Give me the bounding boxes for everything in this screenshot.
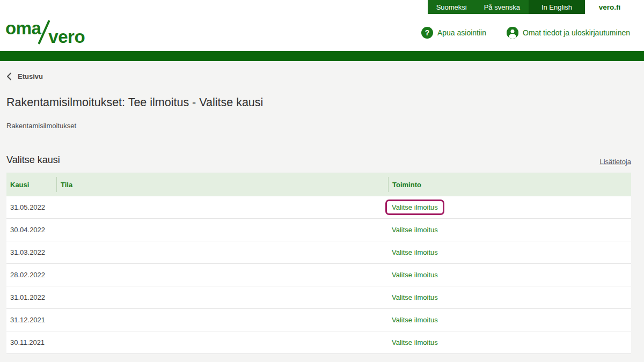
language-link-suomeksi[interactable]: Suomeksi	[428, 0, 475, 14]
cell-kausi: 30.04.2022	[6, 226, 56, 234]
table-row: 31.01.2022Valitse ilmoitus	[6, 286, 631, 309]
cell-kausi: 30.11.2021	[6, 338, 56, 346]
language-link-in-english[interactable]: In English	[529, 0, 585, 14]
breadcrumb-back[interactable]: Etusivu	[6, 61, 43, 80]
cell-toiminto: Valitse ilmoitus	[388, 338, 631, 346]
column-header-kausi: Kausi	[6, 177, 56, 192]
click-highlight-annotation: Valitse ilmoitus	[385, 200, 444, 215]
vero-fi-link[interactable]: vero.fi	[585, 0, 634, 14]
page-subtitle: Rakentamisilmoitukset	[6, 122, 631, 130]
valitse-ilmoitus-link[interactable]: Valitse ilmoitus	[392, 293, 438, 301]
table-row: 30.04.2022Valitse ilmoitus	[6, 219, 631, 241]
question-mark-icon: ?	[421, 27, 433, 39]
cell-toiminto: Valitse ilmoitus	[388, 200, 631, 215]
table-header-row: Kausi Tila Toiminto	[6, 173, 631, 196]
cell-toiminto: Valitse ilmoitus	[388, 316, 631, 324]
cell-toiminto: Valitse ilmoitus	[388, 248, 631, 256]
cell-kausi: 28.02.2022	[6, 271, 56, 279]
cell-toiminto: Valitse ilmoitus	[388, 293, 631, 301]
section-header-row: Valitse kausi Lisätietoja	[6, 154, 631, 166]
cell-kausi: 31.03.2022	[6, 248, 56, 256]
table-row: 28.02.2022Valitse ilmoitus	[6, 264, 631, 286]
table-body: 31.05.2022Valitse ilmoitus30.04.2022Vali…	[6, 196, 631, 354]
person-icon	[507, 27, 518, 39]
period-table: Kausi Tila Toiminto 31.05.2022Valitse il…	[6, 173, 631, 354]
more-info-link[interactable]: Lisätietoja	[599, 158, 631, 166]
help-link[interactable]: ? Apua asiointiin	[421, 27, 486, 39]
account-link-label: Omat tiedot ja uloskirjautuminen	[523, 28, 630, 37]
app-header: oma vero ? Apua asiointiin Omat tiedot j…	[0, 14, 644, 51]
cell-kausi: 31.05.2022	[6, 203, 56, 211]
breadcrumb-label: Etusivu	[18, 72, 43, 80]
valitse-ilmoitus-link[interactable]: Valitse ilmoitus	[392, 338, 438, 346]
valitse-ilmoitus-link[interactable]: Valitse ilmoitus	[392, 248, 438, 256]
logo-text-oma: oma	[5, 19, 41, 37]
table-row: 31.12.2021Valitse ilmoitus	[6, 309, 631, 331]
cell-toiminto: Valitse ilmoitus	[388, 226, 631, 234]
green-divider-bar	[0, 51, 644, 61]
account-link[interactable]: Omat tiedot ja uloskirjautuminen	[507, 27, 630, 39]
cell-toiminto: Valitse ilmoitus	[388, 271, 631, 279]
table-row: 31.03.2022Valitse ilmoitus	[6, 241, 631, 264]
column-header-tila: Tila	[56, 177, 388, 192]
page-title: Rakentamisilmoitukset: Tee ilmoitus - Va…	[6, 96, 631, 109]
logo-text-vero: vero	[48, 28, 85, 46]
valitse-ilmoitus-link[interactable]: Valitse ilmoitus	[392, 203, 438, 211]
omavero-logo[interactable]: oma vero	[5, 19, 85, 46]
top-language-strip: SuomeksiPå svenskaIn English vero.fi	[0, 0, 644, 14]
table-row: 30.11.2021Valitse ilmoitus	[6, 331, 631, 354]
section-heading: Valitse kausi	[6, 154, 60, 166]
header-links: ? Apua asiointiin Omat tiedot ja uloskir…	[421, 27, 630, 39]
main-content: Etusivu Rakentamisilmoitukset: Tee ilmoi…	[0, 61, 644, 362]
table-row: 31.05.2022Valitse ilmoitus	[6, 196, 631, 219]
valitse-ilmoitus-link[interactable]: Valitse ilmoitus	[392, 226, 438, 234]
cell-kausi: 31.12.2021	[6, 316, 56, 324]
column-header-toiminto: Toiminto	[388, 177, 631, 192]
language-switcher: SuomeksiPå svenskaIn English	[428, 0, 585, 14]
language-link-p-svenska[interactable]: På svenska	[475, 0, 529, 14]
valitse-ilmoitus-link[interactable]: Valitse ilmoitus	[392, 271, 438, 279]
cell-kausi: 31.01.2022	[6, 293, 56, 301]
valitse-ilmoitus-link[interactable]: Valitse ilmoitus	[392, 316, 438, 324]
help-link-label: Apua asiointiin	[437, 28, 486, 37]
chevron-left-icon	[6, 72, 12, 80]
